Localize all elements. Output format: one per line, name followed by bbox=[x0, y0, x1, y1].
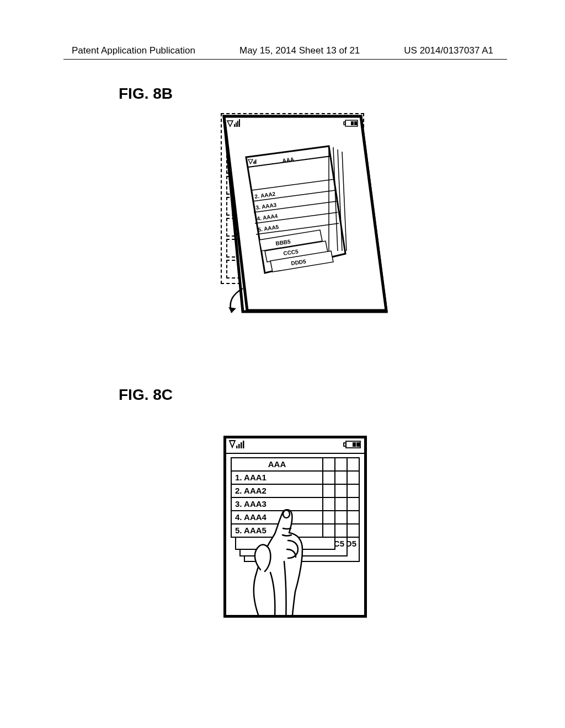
svg-rect-7 bbox=[237, 121, 238, 127]
header-right: US 2014/0137037 A1 bbox=[404, 45, 493, 56]
signal-icon bbox=[228, 439, 248, 452]
svg-marker-31 bbox=[228, 307, 236, 313]
figure-label-8c: FIG. 8C bbox=[119, 386, 173, 404]
card-aaa-title: AAA bbox=[232, 458, 322, 472]
fig8b-svg: AAA 2. AAA2 3. AAA3 4. AAA4 5. AAA5 BBB5… bbox=[221, 113, 386, 323]
svg-rect-17 bbox=[254, 160, 255, 164]
svg-rect-8 bbox=[239, 119, 240, 127]
svg-rect-39 bbox=[353, 442, 356, 447]
svg-rect-34 bbox=[238, 444, 240, 448]
page-header: Patent Application Publication May 15, 2… bbox=[0, 45, 565, 56]
svg-rect-5 bbox=[234, 124, 235, 127]
svg-rect-18 bbox=[255, 159, 257, 164]
cards-area: DD5 C5 BBB AAA 1. AAA1 2. AAA2 3. AAA3 4… bbox=[226, 454, 364, 615]
figure-label-8b: FIG. 8B bbox=[119, 85, 173, 103]
svg-marker-32 bbox=[230, 441, 235, 447]
header-mid: May 15, 2014 Sheet 13 of 21 bbox=[239, 45, 360, 56]
svg-rect-40 bbox=[356, 442, 360, 447]
figure-8b: AAA 2. AAA2 3. AAA3 4. AAA4 5. AAA5 BBB5… bbox=[221, 113, 386, 317]
svg-rect-12 bbox=[354, 121, 357, 125]
svg-rect-36 bbox=[243, 441, 244, 448]
svg-rect-16 bbox=[253, 162, 254, 164]
list-item[interactable]: 2. AAA2 bbox=[232, 485, 322, 498]
svg-rect-38 bbox=[344, 443, 346, 446]
battery-icon bbox=[343, 440, 362, 452]
svg-rect-11 bbox=[351, 121, 354, 125]
hand-icon bbox=[232, 506, 326, 615]
figure-8c-device: DD5 C5 BBB AAA 1. AAA1 2. AAA2 3. AAA3 4… bbox=[223, 436, 367, 618]
status-bar bbox=[226, 438, 364, 454]
svg-rect-33 bbox=[236, 446, 238, 448]
inner-panel: AAA 2. AAA2 3. AAA3 4. AAA4 5. AAA5 BBB5… bbox=[246, 146, 347, 273]
svg-point-41 bbox=[283, 510, 290, 518]
list-item[interactable]: 1. AAA1 bbox=[232, 472, 322, 485]
svg-rect-35 bbox=[241, 442, 242, 448]
svg-rect-6 bbox=[236, 122, 237, 127]
header-left: Patent Application Publication bbox=[72, 45, 195, 56]
header-rule bbox=[63, 59, 507, 60]
